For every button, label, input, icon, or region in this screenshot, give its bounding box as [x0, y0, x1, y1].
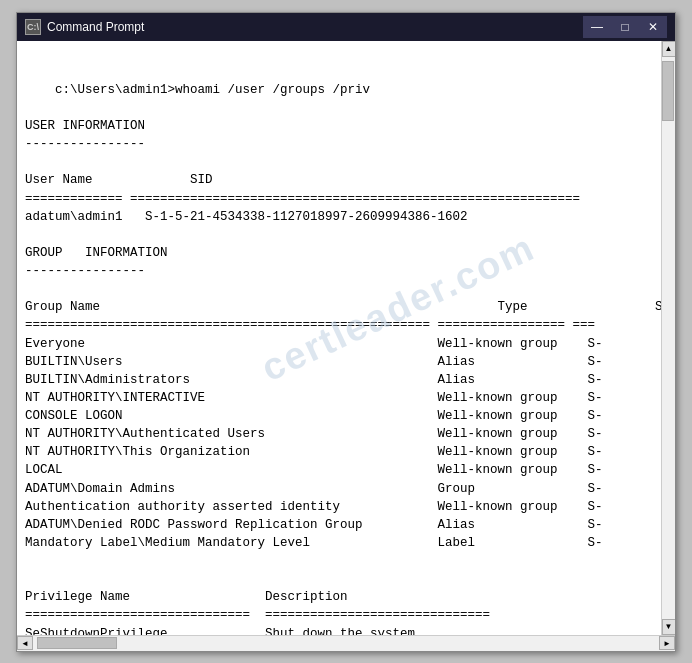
- window-controls: — □ ✕: [583, 16, 667, 38]
- horizontal-scrollbar: ◄ ►: [17, 635, 675, 651]
- minimize-button[interactable]: —: [583, 16, 611, 38]
- window-title: Command Prompt: [47, 20, 144, 34]
- scroll-down-arrow[interactable]: ▼: [662, 619, 676, 635]
- h-scroll-track: [33, 636, 659, 651]
- scroll-up-arrow[interactable]: ▲: [662, 41, 676, 57]
- vertical-scrollbar: ▲ ▼: [661, 41, 675, 635]
- watermark: certleader.com: [252, 220, 544, 395]
- content-area: certleader.com c:\Users\admin1>whoami /u…: [17, 41, 675, 635]
- scroll-right-arrow[interactable]: ►: [659, 636, 675, 650]
- cmd-icon: C:\: [25, 19, 41, 35]
- h-scroll-thumb[interactable]: [37, 637, 117, 649]
- scroll-thumb[interactable]: [662, 61, 674, 121]
- maximize-button[interactable]: □: [611, 16, 639, 38]
- terminal-output[interactable]: certleader.com c:\Users\admin1>whoami /u…: [17, 41, 661, 635]
- scroll-track: [662, 57, 675, 619]
- close-button[interactable]: ✕: [639, 16, 667, 38]
- title-bar: C:\ Command Prompt — □ ✕: [17, 13, 675, 41]
- scroll-left-arrow[interactable]: ◄: [17, 636, 33, 650]
- title-bar-left: C:\ Command Prompt: [25, 19, 144, 35]
- command-prompt-window: C:\ Command Prompt — □ ✕ certleader.com …: [16, 12, 676, 652]
